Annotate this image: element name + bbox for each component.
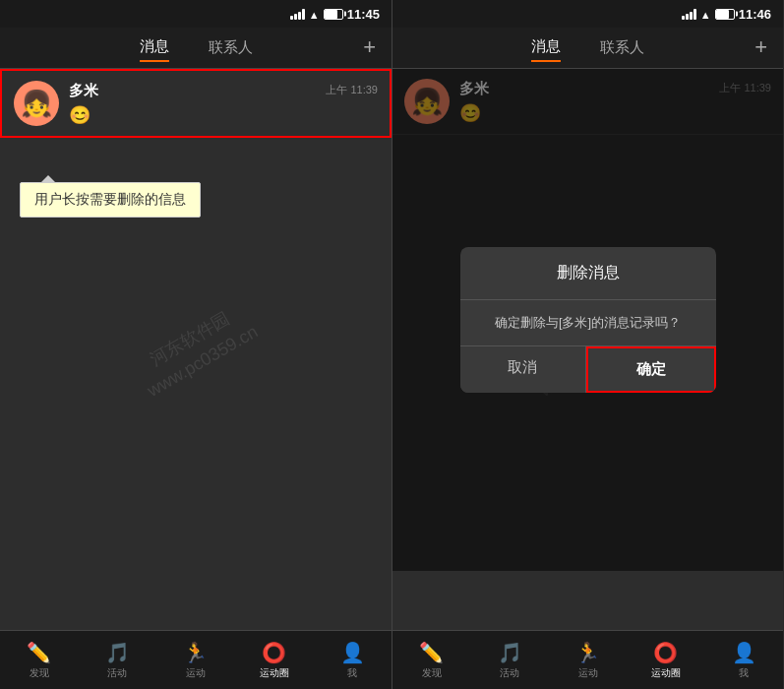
bottom-nav-discover-left[interactable]: ✏️ 发现 <box>0 641 79 680</box>
bottom-nav-circle-right[interactable]: ⭕ 运动圈 <box>627 641 704 680</box>
message-time-left: 上午 11:39 <box>326 83 378 97</box>
status-bar-left: 11:45 <box>0 0 392 28</box>
activity-icon-right: 🎵 <box>498 641 522 664</box>
discover-icon-left: ✏️ <box>27 641 51 664</box>
watermark-left: 河东软件园 www.pc0359.cn <box>128 294 264 405</box>
cancel-button[interactable]: 取消 <box>460 346 587 393</box>
me-icon-left: 👤 <box>340 641 365 664</box>
circle-label-right: 运动圈 <box>651 666 681 680</box>
dialog-overlay: 删除消息 确定删除与[多米]的消息记录吗？ 取消 确定 <box>392 69 783 571</box>
circle-label-left: 运动圈 <box>260 666 289 680</box>
bottom-nav-discover-right[interactable]: ✏️ 发现 <box>392 641 470 680</box>
confirm-button[interactable]: 确定 <box>586 346 716 393</box>
discover-label-left: 发现 <box>30 666 49 680</box>
status-icons-left: 11:45 <box>290 5 380 23</box>
dialog-message: 确定删除与[多米]的消息记录吗？ <box>460 300 716 345</box>
tab-messages-right[interactable]: 消息 <box>531 33 561 62</box>
discover-label-right: 发现 <box>422 666 442 680</box>
status-time-right: 11:46 <box>739 7 771 22</box>
activity-label-right: 活动 <box>500 666 519 680</box>
sport-label-left: 运动 <box>186 666 206 680</box>
add-button-left[interactable]: + <box>363 34 376 60</box>
sport-icon-left: 🏃 <box>183 641 208 664</box>
emoji-icon-left: 😊 <box>69 104 90 126</box>
avatar-left: 👧 <box>14 81 59 126</box>
annotation-text: 用户长按需要删除的信息 <box>34 191 186 207</box>
watermark-url-left: www.pc0359.cn <box>144 322 262 402</box>
status-time-left: 11:45 <box>347 7 380 22</box>
discover-icon-right: ✏️ <box>419 641 444 664</box>
dialog-box: 删除消息 确定删除与[多米]的消息记录吗？ 取消 确定 <box>460 247 716 393</box>
battery-icon <box>324 9 343 20</box>
annotation-box: 用户长按需要删除的信息 <box>20 182 201 218</box>
watermark-top-left: 河东软件园 <box>130 297 249 380</box>
circle-icon-right: ⭕ <box>653 641 678 664</box>
bottom-nav-me-right[interactable]: 👤 我 <box>705 641 783 680</box>
dialog-buttons: 取消 确定 <box>460 345 716 393</box>
bottom-nav-activity-right[interactable]: 🎵 活动 <box>470 641 548 680</box>
sport-label-right: 运动 <box>578 666 598 680</box>
bottom-nav-circle-left[interactable]: ⭕ 运动圈 <box>235 641 314 680</box>
battery-icon-right <box>715 9 735 20</box>
message-item-left[interactable]: 👧 多米 😊 上午 11:39 <box>0 69 392 138</box>
tab-contacts-right[interactable]: 联系人 <box>600 34 644 61</box>
tab-contacts-left[interactable]: 联系人 <box>209 34 253 61</box>
tab-messages-left[interactable]: 消息 <box>140 33 169 62</box>
bottom-nav-activity-left[interactable]: 🎵 活动 <box>79 641 157 680</box>
status-bar-right: 11:46 <box>392 0 783 28</box>
message-preview-left: 😊 <box>69 104 378 126</box>
bottom-nav-left: ✏️ 发现 🎵 活动 🏃 运动 ⭕ 运动圈 👤 我 <box>0 630 392 689</box>
bottom-nav-sport-right[interactable]: 🏃 运动 <box>549 641 627 680</box>
right-panel: 11:46 消息 联系人 + 👧 多米 😊 上午 11:39 河东软件园 www… <box>392 0 783 689</box>
bottom-nav-sport-left[interactable]: 🏃 运动 <box>156 641 235 680</box>
message-list-right: 👧 多米 😊 上午 11:39 河东软件园 www.pc0359.cn 删除消息… <box>392 69 783 630</box>
me-label-left: 我 <box>347 666 357 680</box>
add-button-right[interactable]: + <box>754 34 767 60</box>
activity-icon-left: 🎵 <box>105 641 130 664</box>
nav-tabs-left: 消息 联系人 + <box>0 28 392 69</box>
activity-label-left: 活动 <box>107 666 127 680</box>
status-icons-right: 11:46 <box>682 5 771 23</box>
me-icon-right: 👤 <box>732 641 756 664</box>
bottom-nav-me-left[interactable]: 👤 我 <box>313 641 392 680</box>
sport-icon-right: 🏃 <box>575 641 600 664</box>
bottom-nav-right: ✏️ 发现 🎵 活动 🏃 运动 ⭕ 运动圈 👤 我 <box>392 630 783 689</box>
signal-icon <box>290 8 305 20</box>
circle-icon-left: ⭕ <box>262 641 286 664</box>
nav-tabs-right: 消息 联系人 + <box>392 28 783 69</box>
me-label-right: 我 <box>739 666 749 680</box>
left-panel: 11:45 消息 联系人 + 👧 多米 😊 上午 11:39 用户长按需要删除的… <box>0 0 392 689</box>
message-list-left: 👧 多米 😊 上午 11:39 用户长按需要删除的信息 河东软件园 www.pc… <box>0 69 392 630</box>
avatar-face-left: 👧 <box>21 89 52 119</box>
dialog-title: 删除消息 <box>460 247 716 300</box>
wifi-icon <box>309 5 320 23</box>
signal-icon-right <box>682 8 696 20</box>
wifi-icon-right <box>700 5 711 23</box>
